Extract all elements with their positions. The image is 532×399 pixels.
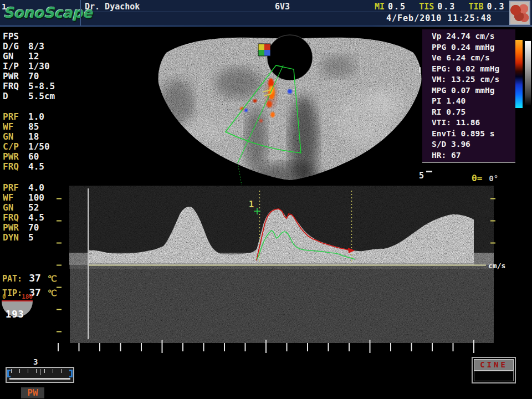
cine-button-slot [474, 371, 514, 381]
baseline-noise-band [89, 253, 474, 264]
measurement-line: Ve 6.24 cm/s [422, 53, 515, 64]
b-mode-params: FPS D/G 8/3 GN 12 I/P 1/30 PWR 70 FRQ 5-… [3, 32, 86, 101]
param-value: 8/3 [28, 42, 86, 52]
param-label: FRQ [3, 81, 28, 91]
param-value: 4.5 [28, 162, 86, 172]
param-row: WF 85 [3, 122, 86, 132]
param-value [28, 32, 86, 42]
tib-label: TIB [468, 2, 483, 12]
param-row: C/P 1/50 [3, 142, 86, 152]
acoustic-indices: MI0.5 TIS0.3 TIB0.3 [375, 2, 505, 12]
tis-value: 0.3 [437, 2, 456, 12]
cine-scrollbar-bar[interactable] [9, 378, 70, 380]
param-label: I/P [3, 62, 28, 71]
param-value: 18 [28, 132, 86, 142]
param-label: GN [3, 52, 28, 62]
spectral-doppler-display: 1 cm/s [0, 186, 532, 357]
param-value: 70 [28, 71, 86, 81]
doctor-name: Dr. Dyachok [85, 2, 140, 12]
param-value: 60 [28, 152, 86, 162]
topbar-underline [0, 25, 532, 27]
steer-angle-readout: θ=0° [472, 173, 498, 183]
measurement-line: VM: 13.25 cm/s [422, 74, 515, 85]
param-row: PWR 70 [3, 71, 86, 81]
measurement-line: S/D 3.96 [422, 139, 515, 150]
param-label: GN [3, 132, 28, 142]
lower-spectrum-noise [89, 267, 474, 339]
mi-label: MI [375, 2, 385, 12]
measurement-line: EnvTi 0.895 s [422, 129, 515, 140]
param-value: 1/50 [28, 142, 86, 152]
b-mode-image [149, 28, 426, 188]
cine-scrollbar-right-bracket[interactable] [69, 370, 73, 377]
measurement-line: PPG 0.24 mmHg [422, 42, 515, 53]
param-row: GN 12 [3, 52, 86, 62]
param-value: 85 [28, 122, 86, 132]
param-value: 12 [28, 52, 86, 62]
param-value: 1/30 [28, 62, 86, 71]
grayscale-bar [525, 41, 531, 105]
param-row: FRQ 5-8.5 [3, 81, 86, 91]
param-row: D/G 8/3 [3, 42, 86, 52]
measurement-panel: Vp 24.74 cm/sPPG 0.24 mmHgVe 6.24 cm/sEP… [422, 29, 515, 163]
topbar-row-divider [81, 12, 509, 12]
depth-marker-dash [426, 171, 432, 172]
datetime: 4/Feb/2010 11:25:48 [386, 13, 492, 23]
cine-scrollbar[interactable] [6, 367, 74, 383]
mi-value: 0.5 [388, 2, 406, 12]
color-mode-params: PRF 1.0 WF 85 GN 18 C/P 1/50 PWR 60 FRQ … [3, 112, 86, 172]
focus-marker[interactable] [419, 67, 421, 73]
measurement-line: Vp 24.74 cm/s [422, 31, 515, 42]
probe-orientation-icon [258, 44, 270, 56]
measurement-line: PI 1.40 [422, 96, 515, 107]
measurement-line: VTI: 11.86 [422, 117, 515, 129]
param-value: 1.0 [28, 112, 86, 122]
cine-slider-value: 3 [33, 357, 38, 366]
param-label: D [3, 91, 28, 101]
param-label: FRQ [3, 162, 28, 172]
param-label: C/P [3, 142, 28, 152]
color-doppler-scale [515, 40, 523, 108]
tis-label: TIS [419, 2, 434, 12]
param-label: D/G [3, 42, 28, 52]
topbar-divider [80, 0, 81, 25]
patient-image-thumbnail[interactable] [509, 1, 530, 25]
measurement-index: 1 [2, 2, 7, 11]
measurement-line: MPG 0.07 mmHg [422, 85, 515, 96]
param-row: GN 18 [3, 132, 86, 142]
beat-marker-label: 1 [249, 200, 254, 209]
param-value: 5.5cm [28, 91, 86, 101]
param-row: D 5.5cm [3, 91, 86, 101]
param-label: PRF [3, 112, 28, 122]
pw-mode-button[interactable]: PW [21, 387, 44, 398]
measurement-line: RI 0.75 [422, 107, 515, 118]
probe-model: 6V3 [275, 2, 290, 12]
theta-label: θ= [472, 173, 482, 183]
velocity-unit-label: cm/s [488, 262, 505, 270]
cine-scrollbar-left-bracket[interactable] [7, 370, 11, 377]
param-row: PRF 1.0 [3, 112, 86, 122]
param-label: PWR [3, 71, 28, 81]
sonoscape-logo: SonoScape [3, 4, 80, 21]
time-ruler-ticks [58, 340, 474, 353]
param-label: FPS [3, 32, 28, 42]
cine-button[interactable]: CINE [472, 357, 516, 383]
param-row: FRQ 4.5 [3, 162, 86, 172]
pw-cursor-extension [238, 163, 242, 185]
top-status-bar: SonoScape Dr. Dyachok 6V3 MI0.5 TIS0.3 T… [0, 0, 532, 25]
param-row: I/P 1/30 [3, 62, 86, 71]
param-row: FPS [3, 32, 86, 42]
param-label: WF [3, 122, 28, 132]
measurement-line: HR: 67 [422, 150, 515, 161]
tib-value: 0.3 [487, 2, 505, 12]
theta-value: 0° [489, 174, 498, 183]
cine-scrollbar-midtick [40, 369, 40, 375]
cine-button-label[interactable]: CINE [474, 359, 514, 371]
param-value: 5-8.5 [28, 81, 86, 91]
param-row: PWR 60 [3, 152, 86, 162]
param-label: PWR [3, 152, 28, 162]
measurement-line: EPG: 0.02 mmHg [422, 64, 515, 75]
sweep-edge-line [88, 188, 89, 339]
